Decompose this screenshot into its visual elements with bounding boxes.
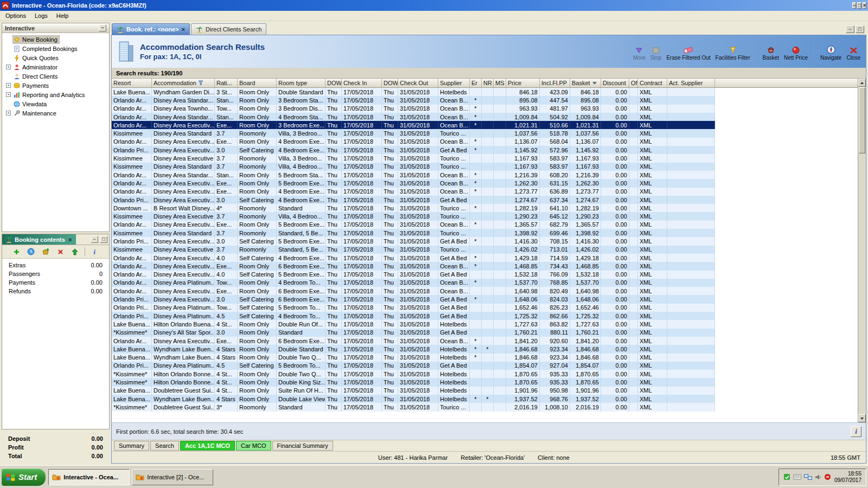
start-button[interactable]: Start xyxy=(2,468,46,486)
panel-maximize-button[interactable]: □ xyxy=(100,236,107,243)
tool-stop[interactable]: Stop xyxy=(650,43,662,61)
sidebar-item-reporting-and-analytics[interactable]: +Reporting and Analytics xyxy=(2,90,109,99)
table-row[interactable]: Orlando Ar...Disney Area Townho...Tow...… xyxy=(112,105,714,113)
table-row[interactable]: Orlando Ar...Disney Area Executiv...Exe.… xyxy=(112,221,714,229)
scroll-up-button[interactable] xyxy=(858,79,866,87)
close-button[interactable]: × xyxy=(863,2,866,9)
sidebar-item-quick-quotes[interactable]: Quick Quotes xyxy=(2,53,109,62)
table-row[interactable]: Orlando Ar...Disney Area Executiv...Exe.… xyxy=(112,188,714,196)
expand-icon[interactable]: + xyxy=(6,111,11,115)
column-header-dow[interactable]: DOW xyxy=(326,79,342,87)
bottom-tab-summary[interactable]: Summary xyxy=(114,441,149,451)
table-row[interactable]: Orlando Ar...Disney Area Executiv...Exe.… xyxy=(112,179,714,187)
expand-icon[interactable]: + xyxy=(6,92,11,97)
maximize-button[interactable]: □ xyxy=(857,2,861,9)
scrollbar-thumb[interactable] xyxy=(859,87,865,153)
column-header-accommodation[interactable]: Accommodation xyxy=(152,79,215,87)
column-header-of[interactable]: Of xyxy=(629,79,638,87)
tool-navigate[interactable]: Navigate xyxy=(820,43,841,61)
table-row[interactable]: *Kissimmee*Doubletree Guest Sui...3*Room… xyxy=(112,403,714,411)
table-row[interactable]: KissimmeeDisney Area Executive3.7Roomonl… xyxy=(112,246,714,254)
column-header-check-out[interactable]: Check Out xyxy=(398,79,438,87)
menu-help[interactable]: Help xyxy=(52,11,73,20)
table-row[interactable]: *Kissimmee*Disney's All Star Spor...3.0R… xyxy=(112,329,714,337)
scrollbar-track[interactable] xyxy=(858,154,866,414)
column-header-dow[interactable]: DOW xyxy=(382,79,398,87)
tab-direct-clients-search[interactable]: Direct Clients Search xyxy=(191,23,266,35)
table-row[interactable]: Orlando Pri...Disney Area Platinum...4.5… xyxy=(112,312,714,320)
tool-nett-price[interactable]: Nett Price xyxy=(784,43,808,61)
table-row[interactable]: Orlando Ar...Disney Area Executiv...Exe.… xyxy=(112,262,714,270)
table-row[interactable]: Orlando Pri...Disney Area Executiv...3.0… xyxy=(112,237,714,245)
sidebar-item-completed-bookings[interactable]: Completed Bookings xyxy=(2,44,109,53)
table-row[interactable]: Orlando Ar...Disney Area Executiv...Exe.… xyxy=(112,337,714,345)
table-row[interactable]: *Kissimmee*Hilton Orlando Bonne...4 St..… xyxy=(112,378,714,386)
table-row[interactable]: KissimmeeDisney Area Standard3.7Roomonly… xyxy=(112,229,714,237)
column-header-board[interactable]: Board xyxy=(238,79,277,87)
table-row[interactable]: Orlando Pri...Disney Area Executiv...3.0… xyxy=(112,196,714,204)
table-row[interactable]: KissimmeeDisney Area Standard3.7Roomonly… xyxy=(112,163,714,171)
table-row[interactable]: KissimmeeDisney Area Executive3.7Roomonl… xyxy=(112,212,714,220)
column-header-rati[interactable]: Rati... xyxy=(215,79,238,87)
sidebar-item-administrator[interactable]: +Administrator xyxy=(2,62,109,72)
table-row[interactable]: Orlando Ar...Disney Area Executiv...Exe.… xyxy=(112,121,714,129)
minimize-button[interactable]: − xyxy=(852,2,856,9)
info-button[interactable]: i xyxy=(90,247,100,256)
bottom-tab-acc-1a-1c-mco[interactable]: Acc 1A,1C MCO xyxy=(180,441,235,451)
table-row[interactable]: Orlando Pri...Disney Area Executiv...3.0… xyxy=(112,295,714,303)
table-row[interactable]: Orlando Pri...Disney Area Platinum...Tow… xyxy=(112,304,714,312)
taskbar-button-2[interactable]: Interactive [2] - Oce... xyxy=(132,469,213,485)
column-header-check-in[interactable]: Check In xyxy=(342,79,382,87)
menu-logs[interactable]: Logs xyxy=(30,11,52,20)
close-tab-icon[interactable]: × xyxy=(182,26,185,33)
tray-network-icon[interactable] xyxy=(804,474,812,480)
tool-erase-filtered-out[interactable]: Erase Filtered Out xyxy=(666,43,710,61)
sidebar-item-new-booking[interactable]: New Booking xyxy=(2,35,109,44)
table-row[interactable]: KissimmeeDisney Area Executive3.7Roomonl… xyxy=(112,154,714,162)
tray-error-icon[interactable] xyxy=(824,473,831,480)
filter-funnel-icon[interactable] xyxy=(198,80,203,86)
mdi-restore-button[interactable]: □ xyxy=(856,25,864,33)
column-header-resort[interactable]: Resort xyxy=(112,79,152,87)
column-header-contract[interactable]: Contract xyxy=(638,79,667,87)
column-header-room-type[interactable]: Room type xyxy=(277,79,326,87)
menu-options[interactable]: Options xyxy=(1,11,30,20)
table-row[interactable]: *Kissimmee*Hilton Orlando Bonne...4 St..… xyxy=(112,370,714,378)
sidebar-item-maintenance[interactable]: +Maintenance xyxy=(2,108,109,118)
sidebar-item-viewdata[interactable]: Viewdata xyxy=(2,99,109,108)
table-row[interactable]: Orlando Ar...Disney Area Standar...Stan.… xyxy=(112,96,714,104)
table-row[interactable]: KissimmeeDisney Area Standard3.7Roomonly… xyxy=(112,129,714,137)
info-button[interactable]: i xyxy=(851,426,861,437)
table-row[interactable]: Downtown ...B Resort Walt Disney...4*Roo… xyxy=(112,204,714,212)
column-header-incl-fl-pp[interactable]: Incl.Fl.PP xyxy=(540,79,570,87)
table-row[interactable]: Orlando Pri...Disney Area Platinum...4.5… xyxy=(112,362,714,370)
tab-book-ref-none[interactable]: Book. ref.: <none>× xyxy=(112,23,190,35)
tool-basket[interactable]: Basket xyxy=(762,43,779,61)
expand-icon[interactable]: + xyxy=(6,83,11,88)
close-panel-icon[interactable]: × xyxy=(67,236,73,243)
column-header-price[interactable]: Price xyxy=(506,79,540,87)
tray-keyboard-icon[interactable] xyxy=(793,474,801,480)
table-row[interactable]: Lake Buena...Wyndham Lake Buen...4 Stars… xyxy=(112,354,714,362)
column-header-basket[interactable]: Basket xyxy=(570,79,601,87)
scroll-down-button[interactable] xyxy=(858,414,866,422)
table-row[interactable]: Lake Buena...Doubletree Guest Sui...4 St… xyxy=(112,387,714,395)
bottom-tab-car-mco[interactable]: Car MCO xyxy=(236,441,271,451)
column-header-supplier[interactable]: Supplier xyxy=(438,79,470,87)
taskbar-button-1[interactable]: Interactive - Ocea... xyxy=(48,469,130,485)
column-header-act-supplier[interactable]: Act. Supplier xyxy=(667,79,715,87)
column-header-er[interactable]: Er xyxy=(470,79,482,87)
table-row[interactable]: Lake Buena...Wyndham Lake Buen...4 Stars… xyxy=(112,395,714,403)
tool-close[interactable]: Close xyxy=(846,43,860,61)
bottom-tab-financial-summary[interactable]: Financial Summary xyxy=(272,441,333,451)
table-row[interactable]: Lake Buena...Wyndham Garden Di...3 St...… xyxy=(112,88,714,96)
table-row[interactable]: Orlando Ar...Disney Area Executiv...Exe.… xyxy=(112,138,714,146)
expand-icon[interactable]: + xyxy=(6,65,11,69)
mdi-minimize-button[interactable]: − xyxy=(846,25,854,33)
delete-button[interactable] xyxy=(55,247,65,256)
table-row[interactable]: Lake Buena...Hilton Orlando Buena...4 St… xyxy=(112,320,714,328)
table-row[interactable]: Orlando Ar...Disney Area Executiv...4.0S… xyxy=(112,254,714,262)
panel-minimize-button[interactable]: − xyxy=(99,24,106,31)
column-header-discount[interactable]: Discount xyxy=(601,79,629,87)
sidebar-item-payments[interactable]: +Payments xyxy=(2,81,109,90)
